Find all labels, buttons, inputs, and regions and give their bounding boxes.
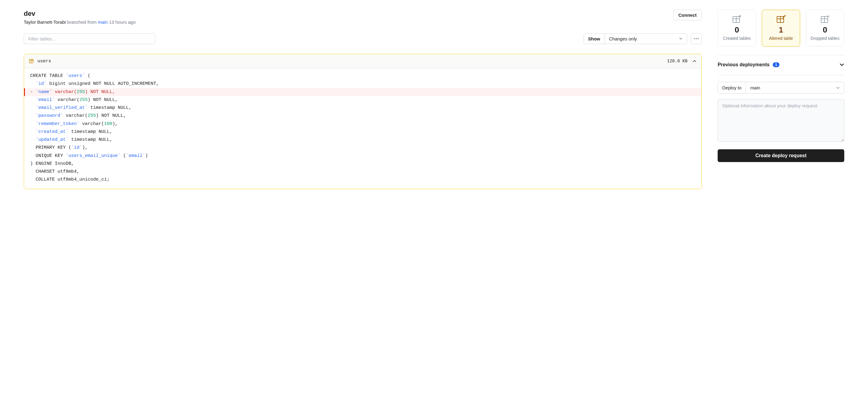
code-line: `updated_at` timestamp NULL, bbox=[24, 136, 702, 144]
stat-dropped-count: 0 bbox=[823, 25, 827, 35]
create-deploy-request-button[interactable]: Create deploy request bbox=[718, 149, 844, 162]
code-line: ) ENGINE InnoDB, bbox=[24, 160, 702, 168]
parent-branch-link[interactable]: main bbox=[98, 20, 108, 25]
previous-deployments-count-badge: 1 bbox=[773, 62, 780, 67]
chevron-down-icon bbox=[679, 37, 683, 40]
stat-altered-label: Altered table bbox=[769, 36, 793, 41]
stat-created-count: 0 bbox=[735, 25, 739, 35]
deploy-to-value: main bbox=[750, 85, 760, 90]
show-select-value: Changes only bbox=[609, 36, 637, 41]
table-diff-header[interactable]: users 128.0 KB bbox=[24, 54, 702, 68]
chevron-up-icon bbox=[692, 59, 696, 63]
previous-deployments-title: Previous deployments bbox=[718, 62, 770, 67]
table-dropped-icon bbox=[821, 15, 829, 22]
chevron-down-icon bbox=[836, 86, 840, 90]
deploy-to-label: Deploy to bbox=[718, 82, 746, 93]
branch-meta: Taylor Barnett-Torabi branched from main… bbox=[24, 20, 136, 25]
svg-point-1 bbox=[696, 38, 697, 39]
divider bbox=[718, 75, 844, 75]
chevron-down-icon bbox=[839, 62, 844, 67]
svg-point-0 bbox=[694, 38, 695, 39]
code-line: PRIMARY KEY (`id`), bbox=[24, 144, 702, 152]
table-diff-body: CREATE TABLE `users` ( `id` bigint unsig… bbox=[24, 68, 702, 189]
collapse-button[interactable] bbox=[692, 59, 696, 63]
table-diff-card: users 128.0 KB CREATE TABLE `users` ( `i… bbox=[24, 54, 702, 189]
deploy-description-textarea[interactable] bbox=[718, 99, 844, 142]
deploy-to-select[interactable]: main bbox=[746, 82, 844, 93]
show-label: Show bbox=[584, 34, 605, 44]
divider bbox=[718, 55, 844, 55]
previous-deployments-toggle[interactable]: Previous deployments 1 bbox=[718, 62, 844, 67]
table-size: 128.0 KB bbox=[667, 59, 687, 64]
more-options-button[interactable] bbox=[691, 33, 702, 44]
show-select[interactable]: Changes only bbox=[605, 34, 687, 44]
code-line: CHARSET utf8mb4, bbox=[24, 168, 702, 176]
stat-dropped-tables[interactable]: 0 Dropped tables bbox=[806, 10, 844, 46]
branch-action-text: branched from bbox=[67, 20, 97, 25]
code-line: `email` varchar(255) NOT NULL, bbox=[24, 96, 702, 104]
ellipsis-icon bbox=[694, 38, 699, 39]
branch-title: dev bbox=[24, 10, 136, 18]
code-line: `id` bigint unsigned NOT NULL AUTO_INCRE… bbox=[24, 80, 702, 88]
code-line: `password` varchar(255) NOT NULL, bbox=[24, 112, 702, 120]
deploy-to-group: Deploy to main bbox=[718, 82, 844, 94]
show-filter-group: Show Changes only bbox=[583, 33, 687, 44]
connect-button[interactable]: Connect bbox=[673, 10, 702, 21]
stat-altered-count: 1 bbox=[779, 25, 783, 35]
code-line: CREATE TABLE `users` ( bbox=[24, 72, 702, 80]
filter-tables-input[interactable] bbox=[24, 33, 155, 44]
code-line: `email_verified_at` timestamp NULL, bbox=[24, 104, 702, 112]
table-altered-icon bbox=[777, 15, 785, 22]
branch-author: Taylor Barnett-Torabi bbox=[24, 20, 66, 25]
code-line: COLLATE utf8mb4_unicode_ci; bbox=[24, 176, 702, 184]
stat-dropped-label: Dropped tables bbox=[810, 36, 839, 41]
code-line: - `name` varchar(255) NOT NULL, bbox=[24, 88, 702, 96]
table-name: users bbox=[37, 59, 51, 64]
code-line: `remember_token` varchar(100), bbox=[24, 120, 702, 128]
code-line: UNIQUE KEY `users_email_unique` (`email`… bbox=[24, 152, 702, 160]
table-altered-icon bbox=[29, 58, 34, 64]
stat-altered-tables[interactable]: 1 Altered table bbox=[762, 10, 800, 46]
code-line: `created_at` timestamp NULL, bbox=[24, 128, 702, 136]
branch-time-ago: 13 hours ago bbox=[109, 20, 136, 25]
svg-point-2 bbox=[698, 38, 699, 39]
table-created-icon bbox=[733, 15, 741, 22]
stat-created-tables[interactable]: 0 Created tables bbox=[718, 10, 756, 46]
stat-created-label: Created tables bbox=[723, 36, 751, 41]
